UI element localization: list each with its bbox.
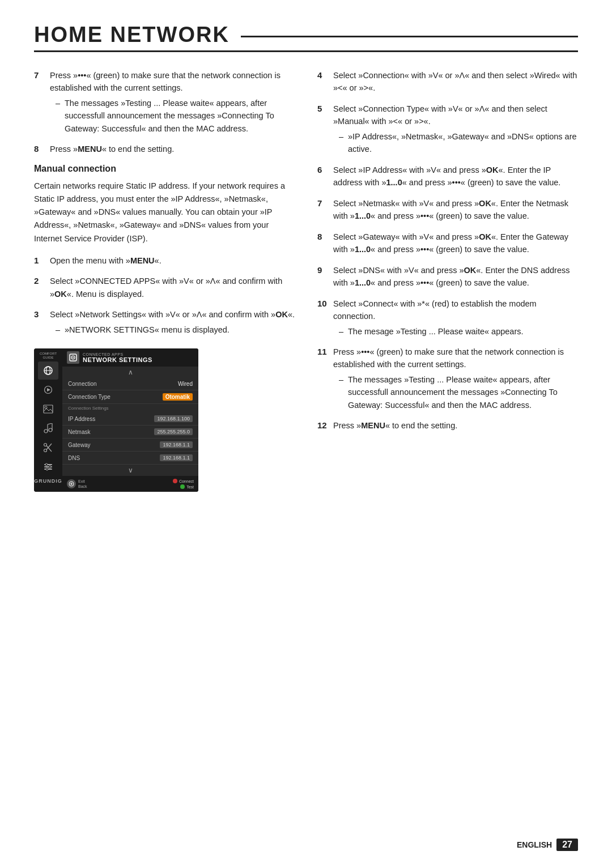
- panel-down-arrow: ∨: [62, 465, 198, 476]
- step-3: 3 Select »Network Settings« with »V« or …: [34, 308, 295, 336]
- step-content-8-left: Press »MENU« to end the setting.: [50, 143, 295, 156]
- sub-bullet-10-1: – The mesage »Testing ... Please waite« …: [333, 325, 578, 338]
- panel-header: CONNECTED APPS NETWORK SETTINGS: [62, 348, 198, 367]
- panel-header-subtitle: CONNECTED APPS: [83, 352, 152, 356]
- sub-dash: –: [339, 130, 348, 156]
- panel-header-text: CONNECTED APPS NETWORK SETTINGS: [83, 352, 152, 363]
- content-columns: 7 Press »•••« (green) to make sure that …: [34, 69, 578, 494]
- footer-exit-labels: Exit Back: [78, 479, 87, 489]
- step-num-3: 3: [34, 308, 50, 336]
- svg-line-10: [48, 423, 52, 424]
- green-dot: [180, 484, 185, 489]
- step-num-12: 12: [317, 419, 333, 432]
- exit-label: Exit: [78, 479, 87, 484]
- step-11: 11 Press »•••« (green) to make sure that…: [317, 346, 578, 411]
- step-num-10: 10: [317, 297, 333, 338]
- sub-text: The messages »Testing ... Please waite« …: [348, 373, 578, 411]
- panel-row-netmask: Netmask 255.255.255.0: [62, 426, 198, 439]
- step-9: 9 Select »DNS« with »V« and press »OK«. …: [317, 264, 578, 290]
- step-8-left: 8 Press »MENU« to end the setting.: [34, 143, 295, 156]
- connection-type-label: Connection Type: [68, 394, 110, 400]
- panel-header-title: NETWORK SETTINGS: [83, 356, 152, 363]
- panel-row-ip: IP Address 192.168.1.100: [62, 412, 198, 426]
- mockup-sidebar: COMFORTGUIDE: [34, 348, 62, 492]
- page-title: HOME NETWORK: [34, 23, 230, 50]
- step-content-10: Select »Connect« with »*« (red) to estab…: [333, 297, 578, 338]
- sidebar-icon-scissors: [38, 439, 58, 457]
- connect-label: Connect: [179, 479, 194, 483]
- svg-point-20: [49, 466, 51, 468]
- step-content-11: Press »•••« (green) to make sure that th…: [333, 346, 578, 411]
- sub-bullet-3-1: – »NETWORK SETTINGS« menu is displayed.: [50, 324, 295, 336]
- footer-circle-icon: [67, 479, 76, 488]
- footer-page-number: 27: [556, 839, 578, 851]
- step-1: 1 Open the menu with »MENU«.: [34, 254, 295, 267]
- step-num-11: 11: [317, 346, 333, 411]
- step-content-7-left: Press »•••« (green) to make sure that th…: [50, 69, 295, 135]
- gateway-value: 192.168.1.1: [160, 441, 193, 448]
- panel-row-connection-type: Connection Type Otomatik: [62, 390, 198, 404]
- page-footer: ENGLISH 27: [517, 839, 578, 851]
- mockup-main-panel: CONNECTED APPS NETWORK SETTINGS ∧ Connec…: [62, 348, 198, 492]
- comfort-guide-label: COMFORTGUIDE: [39, 351, 58, 360]
- manual-connection-heading: Manual connection: [34, 164, 295, 174]
- step-num-8-right: 8: [317, 231, 333, 256]
- footer-left: Exit Back: [67, 479, 87, 489]
- step-num-6: 6: [317, 164, 333, 189]
- step-12: 12 Press »MENU« to end the setting.: [317, 419, 578, 432]
- sub-dash: –: [56, 324, 65, 336]
- svg-point-21: [46, 468, 48, 470]
- sidebar-icon-music: [38, 419, 58, 437]
- test-label: Test: [186, 485, 194, 489]
- ip-value: 192.168.1.100: [154, 415, 193, 422]
- manual-connection-body: Certain networks require Static IP addre…: [34, 180, 295, 245]
- sidebar-icon-play: [38, 381, 58, 399]
- panel-up-arrow: ∧: [62, 367, 198, 378]
- test-btn: Test: [180, 484, 194, 489]
- sidebar-icon-globe: [38, 361, 58, 380]
- svg-point-19: [45, 463, 48, 466]
- step-6: 6 Select »IP Address« with »V« and press…: [317, 164, 578, 189]
- dns-value: 192.168.1.1: [160, 454, 193, 461]
- step-content-4: Select »Connection« with »V« or »Λ« and …: [333, 69, 578, 95]
- screen-mockup-wrapper: COMFORTGUIDE: [34, 344, 295, 494]
- sidebar-icon-settings: [38, 458, 58, 476]
- ip-label: IP Address: [68, 416, 95, 422]
- svg-point-24: [73, 357, 74, 358]
- step-num-2: 2: [34, 275, 50, 300]
- panel-row-connection: Connection Wired: [62, 378, 198, 390]
- step-content-7-right: Select »Netmask« with »V« and press »OK«…: [333, 197, 578, 223]
- step-num-7-left: 7: [34, 69, 50, 135]
- panel-header-icon: [67, 351, 79, 364]
- step-num-4: 4: [317, 69, 333, 95]
- step-num-5: 5: [317, 103, 333, 156]
- footer-right: Connect Test: [173, 479, 194, 489]
- step-content-8-right: Select »Gateway« with »V« and press »OK«…: [333, 231, 578, 256]
- footer-language: ENGLISH: [517, 840, 552, 849]
- back-label: Back: [78, 484, 87, 489]
- step-content-5: Select »Connection Type« with »V« or »Λ«…: [333, 103, 578, 156]
- connection-type-value: Otomatik: [163, 393, 193, 401]
- sub-bullet-5-1: – »IP Address«, »Netmask«, »Gateway« and…: [333, 130, 578, 156]
- step-content-2: Select »CONNECTED APPS« with »V« or »Λ« …: [50, 275, 295, 300]
- step-num-8-left: 8: [34, 143, 50, 156]
- sub-dash: –: [56, 97, 65, 135]
- connect-btn: Connect: [173, 479, 194, 483]
- sub-text: »IP Address«, »Netmask«, »Gateway« and »…: [348, 130, 578, 156]
- step-content-3: Select »Network Settings« with »V« or »Λ…: [50, 308, 295, 336]
- sub-bullet-7-left-1: – The messages »Testing ... Please waite…: [50, 97, 295, 135]
- red-dot: [173, 479, 177, 483]
- step-7-left: 7 Press »•••« (green) to make sure that …: [34, 69, 295, 135]
- connection-settings-label: Connection Settings: [62, 404, 198, 412]
- connection-value: Wired: [178, 381, 193, 387]
- step-8-right: 8 Select »Gateway« with »V« and press »O…: [317, 231, 578, 256]
- step-content-12: Press »MENU« to end the setting.: [333, 419, 578, 432]
- svg-point-8: [49, 428, 52, 432]
- step-num-7-right: 7: [317, 197, 333, 223]
- dns-label: DNS: [68, 455, 80, 461]
- svg-point-7: [44, 429, 48, 433]
- step-10: 10 Select »Connect« with »*« (red) to es…: [317, 297, 578, 338]
- sub-text: The mesage »Testing ... Please waite« ap…: [348, 325, 524, 338]
- step-5: 5 Select »Connection Type« with »V« or »…: [317, 103, 578, 156]
- step-content-1: Open the menu with »MENU«.: [50, 254, 295, 267]
